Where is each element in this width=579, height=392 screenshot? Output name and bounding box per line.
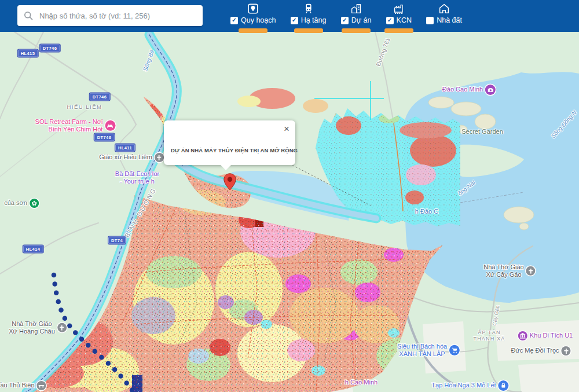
church-icon <box>155 153 164 162</box>
shrine-icon <box>562 346 571 356</box>
map-label-ba-dat-eco: Bà Đất Eco Hor- Your true h <box>115 170 159 185</box>
road-badge: HL415 <box>18 50 38 57</box>
museum-icon <box>518 331 527 340</box>
poi-tap-hoa-nga-3-mo-let[interactable]: Tạp Hóa Ngã 3 Mỏ Lết <box>431 380 508 391</box>
map-label-h-cao-minh: h Cao Minh <box>345 379 378 386</box>
active-underline <box>384 28 413 33</box>
road-badge: DT74 <box>108 237 126 244</box>
factory-icon <box>393 2 405 15</box>
checkbox-kcn[interactable]: ✓ <box>386 17 394 24</box>
poi-giao-xu-hieu-liem[interactable]: Giáo xứ Hiếu Liêm <box>99 153 164 162</box>
poi-duc-me-doi-troc[interactable]: Đức Mẹ Đồi Trọc <box>511 346 570 356</box>
map-label-secret-garden: Secret Garden <box>461 128 503 135</box>
map-pin-frame-icon <box>247 2 259 15</box>
popup-title: DỰ ÁN NHÀ MÁY THỦY ĐIỆN TRỊ AN MỞ RỘNG <box>171 147 298 153</box>
lodging-icon <box>105 120 115 131</box>
poi-dao-cao-minh[interactable]: Đảo Cao Minh <box>442 85 496 95</box>
camera-icon <box>485 85 496 95</box>
road-badge: DT746 <box>40 45 60 52</box>
map-label-h-dao-c: h Đảo C <box>415 208 438 215</box>
active-underline <box>342 28 371 33</box>
poi-sol-retreat-farm[interactable]: SOL Retreat Farm - NơiBình Yên Chim Hót <box>35 118 116 133</box>
church-icon <box>526 266 536 276</box>
train-icon <box>302 2 315 15</box>
search-input[interactable] <box>38 11 197 21</box>
flower-icon <box>30 199 39 208</box>
map-marker[interactable] <box>223 173 236 193</box>
active-underline <box>294 28 323 33</box>
bridge-icon <box>37 381 46 390</box>
layer-toggle-quy-hoach[interactable]: ✓Quy hoạch <box>230 0 276 32</box>
poi-sieu-thi-bach-hoa[interactable]: Siêu thị Bách hóaXANH TÂN LẬP <box>397 343 460 358</box>
cart-icon <box>449 345 460 356</box>
layer-toggle-ha-tang[interactable]: ✓Hạ tầng <box>291 0 327 32</box>
road-badge: HL414 <box>23 246 43 253</box>
checkbox-du-an[interactable]: ✓ <box>341 17 349 24</box>
popup-tail <box>221 165 231 170</box>
active-underline <box>239 28 267 33</box>
house-icon <box>438 2 450 15</box>
church-icon <box>57 323 67 332</box>
map-label-ap-tan-thanh-xa: ẤP TÂNTHÀNH XÃ <box>473 329 505 342</box>
checkbox-quy-hoach[interactable]: ✓ <box>230 17 238 24</box>
close-icon[interactable]: × <box>284 124 290 134</box>
poi-cua-son[interactable]: của sơn <box>4 199 39 208</box>
layer-toggle-du-an[interactable]: ✓Dự án <box>341 0 372 32</box>
project-popup: × DỰ ÁN NHÀ MÁY THỦY ĐIỆN TRỊ AN MỞ RỘNG <box>164 120 295 165</box>
buildings-icon <box>350 2 362 15</box>
layer-toggle-kcn[interactable]: ✓KCN <box>386 0 412 32</box>
road-badge: DT746 <box>90 93 110 101</box>
layer-toolbar: ✓Quy hoạch ✓Hạ tầng ✓Dự án <box>230 0 462 32</box>
checkbox-nha-dat[interactable]: ✓ <box>426 17 434 24</box>
map-application: DT746 HL415 DT746 DT746 HL411 HL414 DT74… <box>0 0 579 392</box>
map-label-hieu-liem: HIẾU LIÊM <box>67 104 102 110</box>
layer-toggle-nha-dat[interactable]: ✓Nhà đất <box>426 0 462 32</box>
map-canvas[interactable]: DT746 HL415 DT746 DT746 HL411 HL414 DT74… <box>0 32 579 392</box>
top-bar: ✓Quy hoạch ✓Hạ tầng ✓Dự án <box>0 0 579 32</box>
poi-nha-tho-hoang-chau[interactable]: Nhà Thờ GiáoXứ Hoàng Châu <box>9 320 67 335</box>
road-badge: HL411 <box>115 144 135 152</box>
search-box[interactable] <box>17 5 203 26</box>
poi-khu-di-tich-u1[interactable]: Khu Di Tích U1 <box>518 331 573 340</box>
road-badge: DT746 <box>94 134 115 141</box>
poi-nha-tho-cay-gao[interactable]: Nhà Thờ GiáoXứ Cây Gáo <box>483 263 535 279</box>
poi-cau-thu-bien[interactable]: ầu Thủ Biên <box>0 381 46 390</box>
search-icon <box>23 10 34 21</box>
checkbox-ha-tang[interactable]: ✓ <box>291 17 298 24</box>
hardware-store-icon <box>499 380 509 391</box>
red-pin-icon <box>223 173 236 190</box>
